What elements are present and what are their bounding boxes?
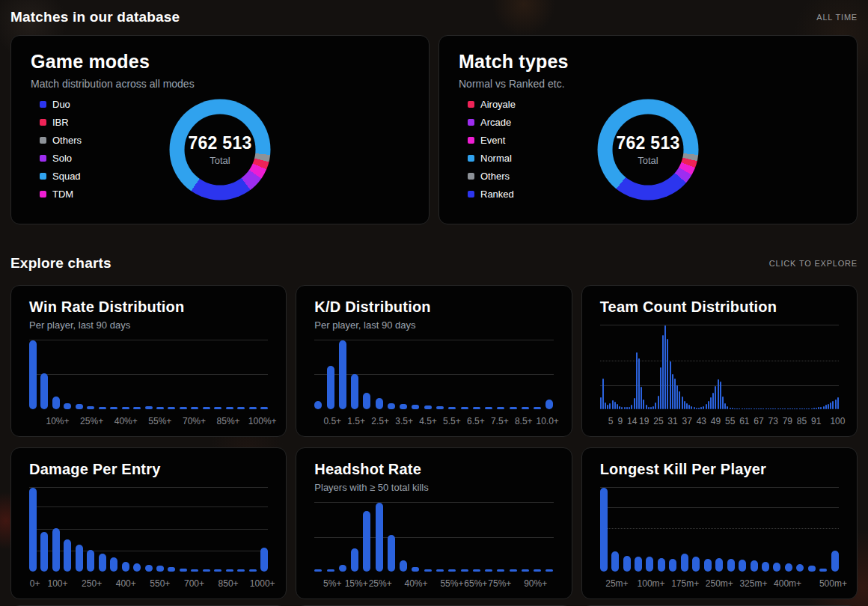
legend-item[interactable]: Duo [40, 99, 82, 110]
damage-bar-chart [29, 488, 268, 572]
donut-content: DuoIBROthersSoloSquadTDM 762 513 Total [31, 90, 409, 209]
legend-item[interactable]: Others [40, 135, 82, 146]
match-types-card[interactable]: Match types Normal vs Ranked etc. Airoya… [438, 35, 858, 224]
kd-card[interactable]: K/D Distribution Per player, last 90 day… [296, 285, 572, 437]
card-title: Team Count Distribution [600, 299, 839, 316]
team-count-card[interactable]: Team Count Distribution 5914192531374349… [581, 285, 858, 437]
legend-item[interactable]: Event [468, 135, 516, 146]
legend-label: Solo [52, 153, 72, 164]
x-axis-ticks: 10%+25%+40%+55%+70%+85%+100%+ [29, 409, 268, 427]
x-axis-tick-label: 2.5+ [371, 416, 389, 426]
legend-item[interactable]: IBR [40, 117, 82, 128]
legend-item[interactable]: Squad [40, 171, 82, 182]
bar [706, 404, 707, 409]
x-axis-tick-label: 43 [697, 416, 706, 426]
bar [636, 352, 638, 409]
match-types-donut-chart: 762 513 Total [598, 99, 699, 200]
legend-swatch-icon [468, 101, 474, 108]
x-axis-tick-label: 10%+ [46, 416, 69, 426]
bar [400, 404, 407, 409]
legend-item[interactable]: Normal [468, 153, 516, 164]
bar [681, 554, 688, 572]
legend-item[interactable]: Arcade [468, 117, 516, 128]
bar [638, 358, 640, 409]
legend-label: Event [480, 135, 505, 146]
game-modes-legend: DuoIBROthersSoloSquadTDM [40, 99, 82, 200]
x-axis-ticks: 0+100+250+400+550+700+850+1000+ [29, 572, 268, 590]
bar [133, 563, 141, 572]
x-axis-tick-label: 5%+ [323, 578, 341, 589]
bar [669, 559, 676, 572]
x-axis-tick-label: 19 [639, 416, 649, 426]
bar [327, 366, 334, 409]
legend-swatch-icon [40, 155, 46, 162]
legend-item[interactable]: Airoyale [468, 99, 516, 110]
x-axis-tick-label: 500m+ [819, 578, 847, 589]
bar [727, 559, 735, 572]
card-subtitle: Match distribution across all modes [31, 78, 409, 90]
legend-swatch-icon [40, 119, 46, 126]
x-axis-ticks: 591419253137434955616773798591100 [600, 409, 839, 427]
x-axis-tick-label: 6.5+ [467, 416, 485, 426]
legend-item[interactable]: TDM [40, 189, 82, 200]
bar [612, 400, 614, 409]
bar [641, 387, 642, 409]
bar [720, 382, 721, 409]
bars [314, 340, 553, 409]
total-matches-value: 762 513 [188, 133, 251, 153]
card-title: Damage Per Entry [29, 461, 268, 478]
x-axis-tick-label: 0+ [30, 578, 40, 589]
bars [600, 325, 839, 409]
x-axis-tick-label: 90%+ [524, 578, 547, 589]
x-axis-tick-label: 700+ [184, 578, 204, 589]
x-axis-tick-label: 61 [739, 416, 749, 426]
x-axis-tick-label: 5.5+ [443, 416, 461, 426]
database-header: Matches in our database ALL TIME [10, 6, 858, 28]
bar [658, 396, 659, 409]
bar [614, 402, 616, 409]
legend-item[interactable]: Solo [40, 153, 82, 164]
legend-swatch-icon [468, 137, 474, 144]
bar [751, 560, 758, 572]
legend-label: Others [52, 135, 82, 146]
bar [704, 559, 712, 572]
card-title: Longest Kill Per Player [600, 461, 839, 478]
bar [145, 565, 153, 572]
bar [605, 403, 606, 409]
legend-label: IBR [52, 117, 69, 128]
legend-item[interactable]: Others [468, 171, 516, 182]
card-title: Headshot Rate [314, 461, 553, 478]
x-axis-tick-label: 1000+ [250, 578, 275, 589]
x-axis-tick-label: 40%+ [114, 416, 138, 426]
click-to-explore-badge: CLICK TO EXPLORE [769, 259, 858, 268]
x-axis-tick-label: 7.5+ [491, 416, 509, 426]
damage-per-entry-card[interactable]: Damage Per Entry 0+100+250+400+550+700+8… [10, 447, 287, 599]
legend-swatch-icon [468, 119, 474, 126]
win-rate-card[interactable]: Win Rate Distribution Per player, last 9… [10, 285, 287, 437]
donut-row: Game modes Match distribution across all… [10, 35, 858, 224]
bar [122, 562, 129, 572]
x-axis-tick-label: 10.0+ [536, 416, 558, 426]
card-subtitle: Per player, last 90 days [29, 319, 268, 331]
legend-label: Normal [480, 153, 512, 164]
bar [64, 403, 71, 409]
game-modes-card[interactable]: Game modes Match distribution across all… [10, 35, 430, 224]
kd-bar-chart [314, 340, 553, 409]
bar [676, 385, 678, 409]
all-time-badge: ALL TIME [816, 13, 858, 22]
x-axis-tick-label: 25m+ [605, 578, 628, 589]
longest-kill-card[interactable]: Longest Kill Per Player 25m+100m+175m+25… [581, 447, 858, 599]
bar [682, 397, 683, 409]
legend-item[interactable]: Ranked [468, 189, 516, 200]
bar [40, 532, 48, 572]
x-axis-ticks: 5%+15%+25%+40%+55%+65%+75%+90%+ [314, 572, 553, 590]
x-axis-tick-label: 400m+ [774, 578, 801, 589]
bar [623, 556, 631, 572]
card-title: Game modes [31, 51, 409, 73]
bar [388, 403, 395, 409]
bar [363, 511, 370, 572]
bar [617, 404, 618, 409]
headshot-rate-card[interactable]: Headshot Rate Players with ≥ 50 total ki… [296, 447, 572, 599]
bar [686, 403, 688, 409]
bars [29, 340, 268, 409]
